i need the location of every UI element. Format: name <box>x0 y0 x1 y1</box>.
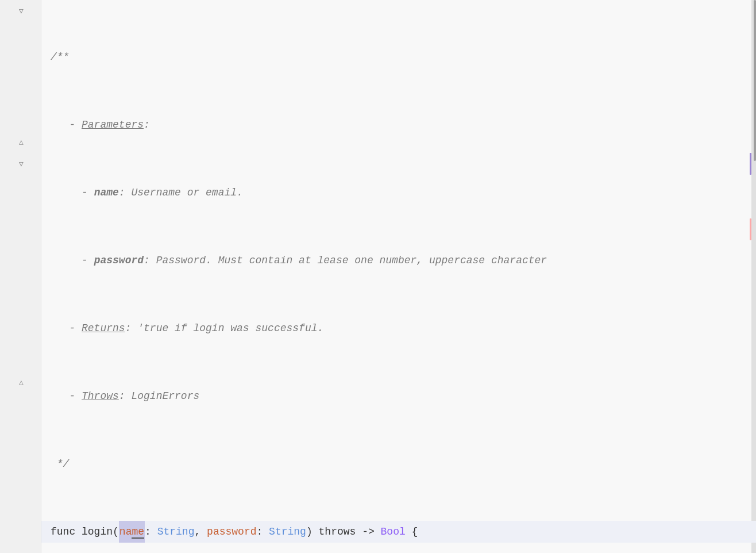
line-1: /** <box>41 46 756 68</box>
kw-func: func <box>51 521 82 543</box>
line-7: */ <box>41 453 756 475</box>
doc-indent-4: - <box>51 249 94 271</box>
comma-1: , <box>194 521 207 543</box>
param-password: password <box>207 521 256 543</box>
kw-throws: throws <box>319 521 356 543</box>
accent-line-1 <box>750 153 751 175</box>
line-4: - password: Password. Must contain at le… <box>41 249 756 271</box>
colon-2: : <box>257 521 269 543</box>
doc-password-desc: : Password. Must contain at lease one nu… <box>144 249 547 271</box>
line-2: - Parameters: <box>41 114 756 136</box>
fold-marker-func-close[interactable]: △ <box>16 377 26 387</box>
doc-throws-keyword: Throws <box>82 385 119 407</box>
param-name-highlighted: name <box>119 521 145 543</box>
comment-close: */ <box>51 453 69 475</box>
paren-close: ) <box>306 521 319 543</box>
line-5: - Returns: 'true if login was successful… <box>41 317 756 339</box>
doc-name-param: name <box>94 182 119 203</box>
doc-returns-desc: : 'true if login was successful. <box>125 317 324 339</box>
colon-1: : <box>145 521 157 543</box>
line-3: - name: Username or email. <box>41 182 756 203</box>
fold-marker-func[interactable]: ▽ <box>16 159 26 169</box>
doc-indent-2: - <box>51 114 82 136</box>
line-gutter: ▽ △ ▽ △ <box>0 0 41 553</box>
doc-indent-5: - <box>51 317 82 339</box>
brace-open-1: { <box>406 521 418 543</box>
doc-indent-6: - <box>51 385 82 407</box>
doc-indent-3: - <box>51 182 94 203</box>
scrollbar-thumb[interactable] <box>754 0 756 161</box>
fold-marker-comment[interactable]: ▽ <box>16 6 26 16</box>
doc-password-param: password <box>94 249 144 271</box>
fold-marker-comment-close[interactable]: △ <box>16 137 26 147</box>
line-8: func login(name: String, password: Strin… <box>41 521 756 543</box>
doc-parameters-keyword: Parameters <box>82 114 144 136</box>
doc-colon-2: : <box>144 114 150 136</box>
code-area: /** - Parameters: - name: Username or em… <box>41 0 756 553</box>
accent-line-2 <box>750 218 751 240</box>
arrow: -> <box>356 521 380 543</box>
code-lines: /** - Parameters: - name: Username or em… <box>41 0 756 553</box>
doc-throws-desc: : LoginErrors <box>119 385 199 407</box>
doc-name-desc: : Username or email. <box>119 182 243 203</box>
type-string-2: String <box>269 521 306 543</box>
comment-open: /** <box>51 46 69 68</box>
editor-container: ▽ △ ▽ △ /** - Parameters: <box>0 0 756 553</box>
type-bool: Bool <box>381 521 406 543</box>
func-name: login( <box>82 521 119 543</box>
doc-returns-keyword: Returns <box>82 317 125 339</box>
line-6: - Throws: LoginErrors <box>41 385 756 407</box>
type-string-1: String <box>157 521 195 543</box>
